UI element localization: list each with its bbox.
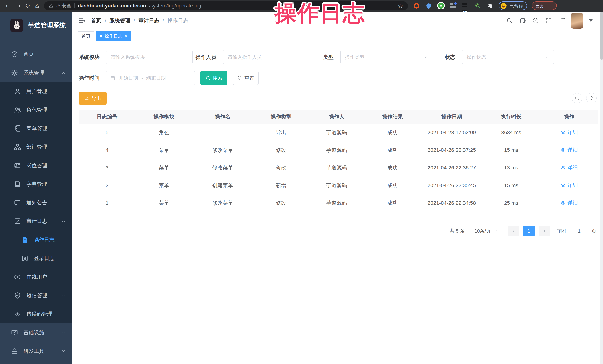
extension-search-icon[interactable] — [474, 2, 482, 10]
breadcrumb-home[interactable]: 首页 — [91, 17, 101, 24]
bookmark-star-icon[interactable]: ☆ — [398, 2, 403, 9]
pagination-total: 共 5 条 — [450, 228, 465, 234]
browser-reload-button[interactable]: ↻ — [23, 1, 32, 10]
refresh-icon — [589, 96, 594, 101]
current-page-button[interactable]: 1 — [523, 226, 535, 236]
sidebar-item-sms-management[interactable]: 短信管理 — [0, 286, 72, 305]
sidebar-item-menu-management[interactable]: 菜单管理 — [0, 119, 72, 138]
sidebar-item-error-code-management[interactable]: 错误码管理 — [0, 305, 72, 323]
detail-link[interactable]: 详细 — [560, 199, 578, 206]
code-icon — [14, 310, 21, 318]
extension-ubuntu-icon[interactable] — [413, 2, 420, 10]
sidebar-item-dept-management[interactable]: 部门管理 — [0, 138, 72, 156]
toggle-search-button[interactable] — [572, 93, 582, 103]
detail-link[interactable]: 详细 — [560, 182, 578, 189]
extension-switch-icon[interactable]: on — [462, 2, 469, 10]
sidebar-item-role-management[interactable]: 角色管理 — [0, 101, 72, 119]
help-icon[interactable] — [532, 17, 539, 24]
sidebar-item-user-management[interactable]: 用户管理 — [0, 82, 72, 101]
monitor-icon — [11, 329, 18, 336]
fullscreen-icon[interactable] — [545, 17, 552, 24]
cell-date: 2021-04-26 22:34:58 — [421, 194, 482, 212]
goto-page-input[interactable] — [571, 226, 587, 236]
reset-button[interactable]: 重置 — [232, 71, 259, 85]
sidebar-item-home[interactable]: 首页 — [0, 45, 72, 64]
sidebar-item-label: 首页 — [23, 51, 34, 58]
cell-type: 新增 — [253, 177, 310, 194]
breadcrumb-system[interactable]: 系统管理 — [110, 17, 130, 24]
browser-toolbar: ← → ↻ ⌂ 不安全 dashboard.yudao.iocoder.cn /… — [0, 0, 603, 11]
cell-operator: 芋道源码 — [309, 159, 364, 177]
detail-link[interactable]: 详细 — [560, 129, 578, 136]
url-domain: dashboard.yudao.iocoder.cn — [78, 3, 146, 9]
sidebar-item-dev-tools[interactable]: 研发工具 — [0, 342, 72, 361]
browser-scrollbar[interactable] — [600, 11, 603, 364]
operator-input[interactable] — [223, 50, 310, 64]
sidebar-item-label: 系统管理 — [23, 69, 44, 76]
end-date-placeholder[interactable]: 结束日期 — [146, 75, 166, 81]
extension-blocks-icon[interactable] — [450, 2, 457, 10]
sidebar-item-online-users[interactable]: 在线用户 — [0, 268, 72, 286]
tree-icon — [14, 143, 21, 151]
sidebar-logo[interactable]: 芋道管理系统 — [0, 11, 72, 39]
browser-forward-button[interactable]: → — [13, 1, 23, 10]
browser-back-button[interactable]: ← — [3, 1, 13, 10]
col-header-operator: 操作人 — [309, 110, 364, 124]
browser-update-button[interactable]: 更新 ⋮ — [532, 1, 557, 10]
start-date-placeholder[interactable]: 开始日期 — [119, 75, 138, 81]
page-size-select[interactable]: 10条/页 — [469, 226, 503, 236]
sidebar-item-label: 字典管理 — [26, 181, 47, 188]
sidebar-item-login-log[interactable]: 登录日志 — [0, 249, 72, 268]
user-avatar[interactable] — [571, 13, 583, 29]
prev-page-button[interactable] — [508, 226, 519, 236]
hamburger-icon[interactable] — [78, 17, 85, 24]
main-area: 首页 / 系统管理 / 审计日志 / 操作日志 首页 — [72, 11, 603, 364]
sidebar-item-post-management[interactable]: 岗位管理 — [0, 156, 72, 175]
font-size-icon[interactable] — [558, 17, 565, 24]
next-page-button[interactable] — [539, 226, 550, 236]
detail-link-label: 详细 — [567, 164, 578, 171]
tab-home[interactable]: 首页 — [78, 31, 94, 41]
tab-label: 首页 — [81, 33, 91, 39]
scrollbar-thumb[interactable] — [600, 11, 603, 60]
type-select[interactable]: 操作类型 — [340, 50, 432, 64]
emoji-avatar-icon — [500, 2, 507, 9]
detail-link-label: 详细 — [567, 146, 578, 154]
sidebar-item-infrastructure[interactable]: 基础设施 — [0, 323, 72, 342]
status-select[interactable]: 操作状态 — [462, 50, 554, 64]
col-header-result: 操作结果 — [364, 110, 421, 124]
close-icon[interactable]: × — [125, 34, 127, 38]
detail-link[interactable]: 详细 — [560, 146, 578, 154]
search-button[interactable]: 搜索 — [200, 71, 227, 85]
address-bar[interactable]: 不安全 dashboard.yudao.iocoder.cn /system/l… — [44, 1, 408, 10]
breadcrumb-separator: / — [105, 18, 106, 23]
detail-link[interactable]: 详细 — [560, 164, 578, 171]
sidebar-item-label: 研发工具 — [23, 348, 44, 355]
caret-down-icon[interactable] — [589, 20, 592, 22]
sidebar-item-audit-log[interactable]: 审计日志 — [0, 212, 72, 231]
date-range-picker[interactable]: 开始日期 - 结束日期 — [106, 71, 195, 85]
browser-menu-icon[interactable]: ⋮ — [547, 3, 553, 9]
extension-drop-icon[interactable] — [425, 2, 432, 10]
export-button[interactable]: 导出 — [79, 92, 107, 105]
extensions-puzzle-icon[interactable] — [486, 2, 494, 10]
cell-duration: 25 ms — [482, 194, 540, 212]
sidebar-item-notice[interactable]: 通知公告 — [0, 193, 72, 212]
github-icon[interactable] — [519, 17, 526, 24]
sidebar-item-operate-log[interactable]: 操作日志 — [0, 231, 72, 249]
cell-name — [192, 124, 253, 142]
breadcrumb-audit-log[interactable]: 审计日志 — [139, 17, 159, 24]
peoples-icon — [14, 106, 21, 114]
sidebar-item-dict-management[interactable]: 字典管理 — [0, 175, 72, 193]
refresh-table-button[interactable] — [586, 93, 597, 103]
sidebar-item-system-management[interactable]: 系统管理 — [0, 64, 72, 82]
tab-operate-log[interactable]: 操作日志 × — [96, 31, 131, 41]
extension-v-icon[interactable]: V — [437, 2, 445, 10]
tab-label: 操作日志 — [104, 33, 122, 39]
profile-paused-pill[interactable]: 已暂停 — [499, 1, 527, 10]
login-log-icon — [21, 255, 29, 262]
search-icon[interactable] — [506, 17, 513, 24]
pagination: 共 5 条 10条/页 1 前往 页 — [79, 226, 598, 236]
module-input[interactable] — [106, 50, 193, 64]
browser-home-button[interactable]: ⌂ — [32, 1, 42, 10]
